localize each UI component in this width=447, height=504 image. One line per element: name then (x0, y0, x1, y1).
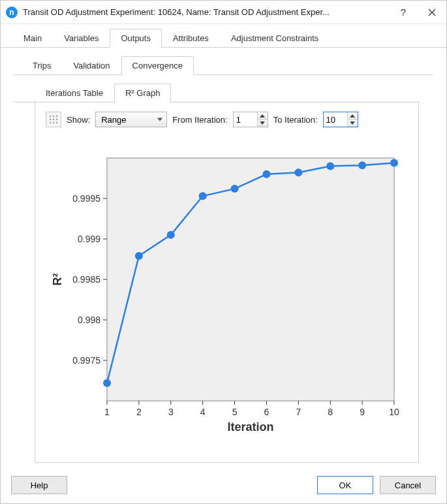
from-iteration-spinner[interactable] (233, 112, 268, 127)
dialog-window: n Transit OD Adjustment Experiment: 1062… (0, 0, 447, 504)
svg-rect-9 (107, 158, 394, 401)
to-iteration-input[interactable] (324, 112, 347, 127)
chart-svg: 123456789100.99750.9980.99850.9990.9995I… (51, 150, 403, 437)
subtab-validation[interactable]: Validation (62, 56, 121, 75)
svg-text:10: 10 (389, 407, 399, 417)
tab-outputs[interactable]: Outputs (110, 29, 162, 48)
svg-text:2: 2 (136, 407, 141, 417)
to-iteration-spinner[interactable] (323, 112, 358, 127)
sub2tab-r2-graph[interactable]: R² Graph (114, 84, 171, 102)
dialog-footer: Help OK Cancel (1, 469, 446, 503)
svg-point-48 (294, 168, 302, 176)
svg-point-3 (50, 119, 51, 120)
chart-controls: Show: Range From Iteration: To Iteration… (46, 112, 409, 127)
from-iteration-label: From Iteration: (172, 115, 228, 125)
window-title: Transit OD Adjustment Experiment: 10624,… (23, 7, 389, 17)
close-icon (428, 8, 436, 16)
svg-text:3: 3 (168, 407, 173, 417)
content-area: Trips Validation Convergence Iterations … (1, 48, 446, 469)
svg-point-0 (50, 116, 51, 117)
svg-point-7 (53, 122, 54, 123)
svg-point-44 (166, 230, 174, 238)
svg-point-46 (230, 185, 238, 193)
sub-tabstrip: Trips Validation Convergence (14, 53, 433, 75)
ok-button[interactable]: OK (317, 476, 373, 494)
help-button[interactable]: ? (389, 1, 418, 24)
svg-text:R²: R² (51, 273, 64, 285)
svg-text:0.9995: 0.9995 (72, 193, 100, 204)
cancel-button[interactable]: Cancel (380, 476, 436, 494)
svg-text:7: 7 (296, 407, 301, 417)
to-iteration-label: To Iteration: (273, 115, 318, 125)
spinner-down-icon[interactable] (348, 120, 358, 127)
svg-text:8: 8 (328, 407, 333, 417)
tab-adjustment-constraints[interactable]: Adjustment Constraints (220, 29, 330, 48)
sub2-tabstrip: Iterations Table R² Graph (14, 75, 419, 102)
svg-point-42 (103, 379, 111, 386)
svg-text:6: 6 (264, 407, 269, 417)
svg-point-2 (56, 116, 57, 117)
svg-point-4 (53, 119, 54, 120)
svg-text:0.999: 0.999 (77, 234, 100, 244)
show-mode-select[interactable]: Range (95, 112, 167, 127)
tab-attributes[interactable]: Attributes (162, 29, 220, 48)
svg-point-1 (53, 116, 54, 117)
outer-tabstrip: Main Variables Outputs Attributes Adjust… (1, 24, 446, 48)
svg-point-47 (262, 170, 270, 178)
svg-point-49 (326, 162, 334, 170)
chart-plot: 123456789100.99750.9980.99850.9990.9995I… (44, 133, 409, 450)
svg-text:4: 4 (200, 407, 205, 417)
svg-text:9: 9 (360, 407, 365, 417)
svg-point-8 (56, 122, 57, 123)
svg-text:0.998: 0.998 (77, 315, 100, 325)
spinner-down-icon[interactable] (258, 120, 268, 127)
titlebar: n Transit OD Adjustment Experiment: 1062… (1, 1, 446, 24)
tab-variables[interactable]: Variables (53, 29, 110, 48)
svg-text:1: 1 (104, 407, 110, 417)
close-button[interactable] (418, 1, 446, 24)
svg-point-50 (358, 161, 366, 169)
show-label: Show: (67, 115, 90, 125)
spinner-arrows[interactable] (347, 112, 358, 127)
help-button-footer[interactable]: Help (11, 476, 67, 494)
subtab-trips[interactable]: Trips (22, 56, 62, 75)
svg-text:Iteration: Iteration (227, 420, 273, 433)
sub2tab-iterations-table[interactable]: Iterations Table (35, 84, 114, 102)
from-iteration-input[interactable] (234, 112, 257, 127)
app-icon: n (6, 7, 18, 18)
spinner-up-icon[interactable] (258, 112, 268, 120)
svg-text:0.9985: 0.9985 (72, 274, 100, 285)
svg-point-6 (50, 122, 51, 123)
tab-main[interactable]: Main (12, 29, 53, 48)
svg-point-51 (390, 159, 398, 166)
grid-toggle-button[interactable] (46, 112, 61, 127)
svg-text:0.9975: 0.9975 (72, 355, 100, 366)
svg-point-45 (198, 192, 206, 200)
svg-text:5: 5 (232, 407, 237, 417)
subtab-convergence[interactable]: Convergence (121, 56, 194, 75)
grid-icon (49, 115, 58, 124)
svg-point-43 (134, 252, 142, 260)
spinner-up-icon[interactable] (348, 112, 358, 120)
svg-point-5 (56, 119, 57, 120)
spinner-arrows[interactable] (257, 112, 268, 127)
chart-panel: Show: Range From Iteration: To Iteration… (35, 102, 419, 463)
